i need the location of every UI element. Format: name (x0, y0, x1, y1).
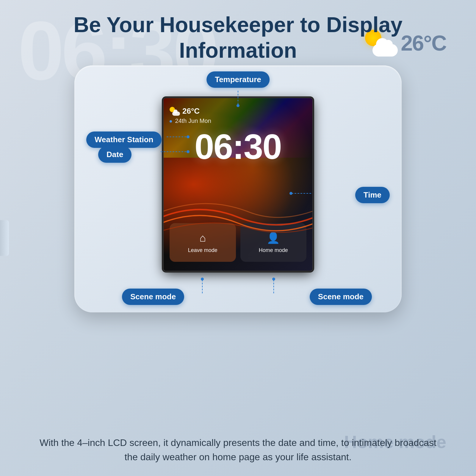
temperature-annotation: Temperature (206, 71, 270, 88)
screen-weather-info: 26°C (170, 107, 200, 116)
weather-station-annotation: Weather Station (86, 131, 162, 148)
page-title: Be Your Housekeeper to Display Informati… (0, 12, 476, 63)
home-mode-label: Home mode (259, 247, 288, 253)
description-text: With the 4–inch LCD screen, it dynamical… (36, 436, 440, 464)
main-heading: Be Your Housekeeper to Display Informati… (0, 12, 476, 63)
mini-cloud-icon (172, 112, 180, 116)
lcd-screen: 26°C 24th Jun Mon 06:30 ⌂ Leave mode 👤 H… (164, 98, 312, 271)
screen-time: 06:30 (164, 126, 312, 167)
date-text: 24th Jun Mon (175, 118, 211, 124)
screen-temperature: 26°C (182, 107, 200, 116)
date-annotation: Date (98, 146, 131, 163)
svg-point-9 (201, 278, 204, 281)
title-line1: Be Your Housekeeper to Display (73, 13, 403, 37)
title-line2: Information (179, 38, 297, 62)
bottom-description: With the 4–inch LCD screen, it dynamical… (0, 436, 476, 464)
time-annotation: Time (355, 187, 390, 203)
screen-date: 24th Jun Mon (170, 118, 211, 124)
svg-point-11 (272, 278, 275, 281)
scene-mode-right-annotation: Scene mode (310, 289, 372, 305)
scene-mode-left-annotation: Scene mode (122, 289, 184, 305)
left-panel-hint (0, 220, 9, 256)
screen-weather-icon (170, 107, 180, 116)
device-card: 26°C 24th Jun Mon 06:30 ⌂ Leave mode 👤 H… (74, 65, 402, 312)
wavy-decoration (164, 176, 312, 241)
date-dot (170, 120, 172, 123)
leave-mode-label: Leave mode (188, 247, 217, 253)
